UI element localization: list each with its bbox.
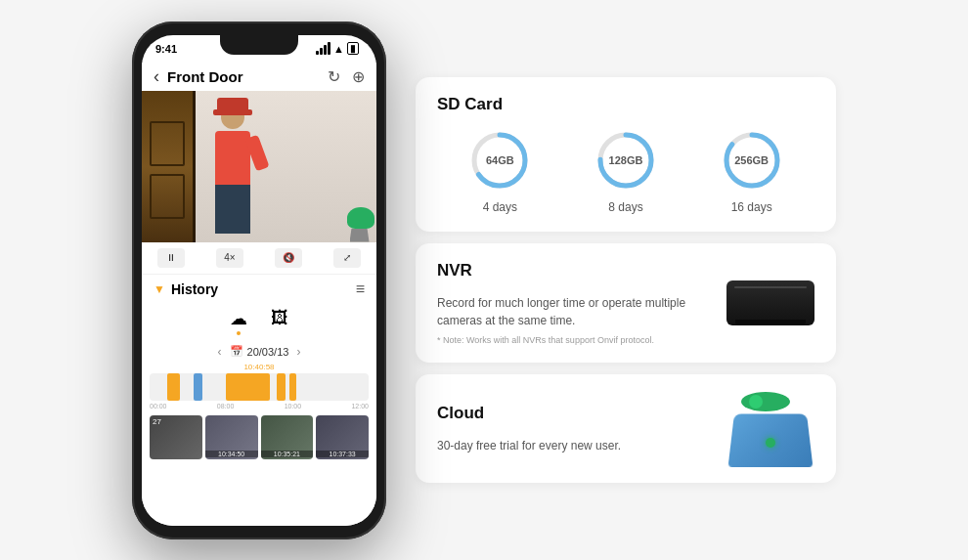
- top-nav: ‹ Front Door ↻ ⊕: [142, 63, 376, 91]
- edit-icon[interactable]: ↻: [328, 67, 340, 86]
- thumbnail-1[interactable]: 27: [150, 415, 202, 459]
- right-panel: SD Card 64GB 4 days: [416, 77, 836, 483]
- date-navigation: ‹ 📅 20/03/13 ›: [142, 339, 376, 363]
- thumb-time-2: 10:34:50: [205, 451, 258, 457]
- local-tab-icon: 🖼: [271, 308, 288, 328]
- timeline-segment-2: [226, 373, 270, 401]
- tab-local[interactable]: 🖼: [271, 308, 288, 335]
- thumb-num-1: 27: [153, 417, 161, 426]
- wifi-icon: ▲: [333, 43, 344, 55]
- history-menu-icon[interactable]: ≡: [356, 280, 365, 298]
- expand-button[interactable]: ⤢: [333, 248, 361, 268]
- camera-feed: [142, 91, 376, 242]
- cloud-description: 30-day free trial for every new user.: [437, 437, 711, 454]
- camera-scene: [142, 91, 376, 242]
- back-button[interactable]: ‹: [154, 66, 159, 87]
- status-time: 9:41: [155, 43, 177, 55]
- nvr-note: * Note: Works with all NVRs that support…: [437, 335, 711, 345]
- sd-option-64: 64GB 4 days: [467, 128, 532, 214]
- timeline-ticks: 00:00 08:00 10:00 12:00: [150, 401, 369, 411]
- sd-days-128: 8 days: [608, 200, 642, 214]
- phone-notch: [220, 35, 298, 55]
- signal-icon: [316, 42, 330, 55]
- thumbnail-4[interactable]: 10:37:33: [316, 415, 369, 459]
- tab-cloud[interactable]: ☁: [230, 308, 247, 335]
- settings-icon[interactable]: ⊕: [352, 67, 365, 86]
- sd-size-64: 64GB: [467, 128, 532, 193]
- speed-button[interactable]: 4×: [216, 248, 243, 268]
- sd-option-128: 128GB 8 days: [594, 128, 658, 214]
- timeline-segment-4: [289, 373, 296, 401]
- cloud-section: Cloud 30-day free trial for every new us…: [416, 374, 836, 483]
- video-thumbnails: 27 10:34:50 10:35:21 10:37:33: [142, 411, 376, 463]
- timeline-bar[interactable]: [150, 373, 369, 401]
- date-next-button[interactable]: ›: [296, 345, 300, 359]
- history-header: ▼ History ≡: [142, 275, 376, 304]
- timeline[interactable]: 10:40:58 00:00 08:00 10:00 12:00: [142, 363, 376, 411]
- status-icons: ▲ ▮: [316, 42, 359, 55]
- sd-circle-128: 128GB: [594, 128, 658, 193]
- date-display: 📅 20/03/13: [230, 345, 289, 358]
- tick-8: 08:00: [217, 403, 235, 409]
- tick-0: 00:00: [150, 403, 167, 409]
- tick-10: 10:00: [285, 403, 302, 409]
- thumb-time-4: 10:37:33: [316, 451, 369, 457]
- storage-tabs: ☁ 🖼: [142, 304, 376, 339]
- timeline-segment-3: [277, 373, 286, 401]
- plant: [347, 207, 372, 242]
- phone-shell: 9:41 ▲ ▮ ‹ Front Door ↻ ⊕: [132, 22, 386, 539]
- date-prev-button[interactable]: ‹: [218, 345, 222, 359]
- thumbnail-3[interactable]: 10:35:21: [261, 415, 314, 459]
- expand-icon: ⤢: [343, 252, 351, 263]
- mute-icon: 🔇: [283, 252, 294, 263]
- history-title: History: [171, 281, 350, 297]
- sd-card-section: SD Card 64GB 4 days: [416, 77, 836, 232]
- sd-size-128: 128GB: [594, 128, 658, 193]
- thumbnail-2[interactable]: 10:34:50: [205, 415, 258, 459]
- timeline-segment-blue: [194, 373, 202, 401]
- history-section: ▼ History ≡ ☁ 🖼 ‹: [142, 275, 376, 526]
- mute-button[interactable]: 🔇: [275, 248, 302, 268]
- cloud-device-image: [726, 392, 814, 465]
- battery-icon: ▮: [347, 42, 359, 55]
- timeline-indicator: [250, 373, 252, 401]
- timeline-segment-1: [167, 373, 180, 401]
- pause-button[interactable]: ⏸: [157, 248, 185, 268]
- thumb-time-3: 10:35:21: [261, 451, 314, 457]
- tick-12: 12:00: [351, 403, 369, 409]
- sd-circle-64: 64GB: [467, 128, 532, 193]
- wall: [196, 91, 376, 242]
- sd-card-title: SD Card: [437, 95, 814, 114]
- history-chevron-icon[interactable]: ▼: [154, 282, 165, 296]
- phone-screen: 9:41 ▲ ▮ ‹ Front Door ↻ ⊕: [142, 35, 376, 526]
- sd-days-256: 16 days: [731, 200, 772, 214]
- person-figure: [205, 106, 259, 242]
- timeline-time-label: 10:40:58: [150, 363, 369, 371]
- sd-circle-256: 256GB: [720, 128, 784, 193]
- nvr-title: NVR: [437, 261, 711, 280]
- nvr-content: NVR Record for much longer time or opera…: [437, 261, 711, 345]
- phone-mockup: 9:41 ▲ ▮ ‹ Front Door ↻ ⊕: [132, 22, 386, 539]
- cloud-title: Cloud: [437, 404, 711, 423]
- sd-options: 64GB 4 days 128GB 8 days: [437, 128, 814, 214]
- cloud-content: Cloud 30-day free trial for every new us…: [437, 404, 711, 454]
- cloud-card-inner: Cloud 30-day free trial for every new us…: [437, 392, 814, 465]
- sd-option-256: 256GB 16 days: [720, 128, 784, 214]
- cloud-tab-icon: ☁: [230, 308, 247, 329]
- nvr-section: NVR Record for much longer time or opera…: [416, 243, 836, 363]
- door: [142, 91, 196, 242]
- camera-name: Front Door: [167, 68, 316, 85]
- nvr-card-inner: NVR Record for much longer time or opera…: [437, 261, 814, 345]
- playback-controls: ⏸ 4× 🔇 ⤢: [142, 242, 376, 275]
- sd-days-64: 4 days: [483, 200, 517, 214]
- sd-size-256: 256GB: [720, 128, 784, 193]
- nvr-device-image: [726, 280, 814, 325]
- nvr-description: Record for much longer time or operate m…: [437, 294, 711, 329]
- calendar-icon: 📅: [230, 345, 243, 358]
- date-label: 20/03/13: [247, 346, 289, 358]
